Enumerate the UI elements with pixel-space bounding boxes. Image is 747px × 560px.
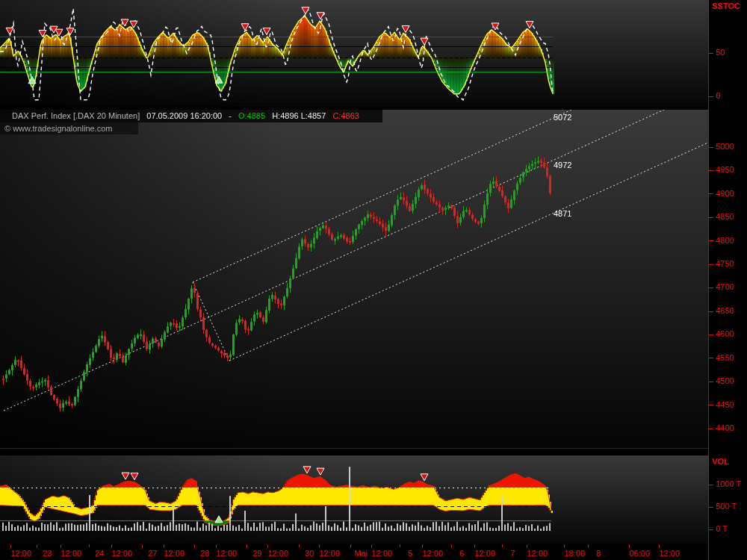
sstoc-axis-tick: 0 [709,91,720,100]
time-axis-tick [267,544,268,547]
price-axis-tick: 4750 [709,259,734,268]
time-axis-tick [111,544,112,547]
high-low-value: H:4896 L:4857 [272,111,326,120]
time-axis-tick [527,544,527,547]
time-axis-label: Mai [354,549,368,558]
time-axis-tick [350,544,351,547]
time-axis-label: 12:00 [474,549,495,558]
volume-axis-tick: 0 T [709,524,728,533]
time-axis-tick [629,544,630,547]
time-axis-tick [37,544,37,547]
time-axis-label: 12:00 [527,549,548,558]
time-axis-tick [194,544,195,547]
time-axis-tick [319,544,320,547]
time-axis-label: 12:00 [61,549,81,558]
price-chart[interactable] [0,110,708,448]
price-axis-tick: 5000 [709,142,734,151]
open-value: O:4885 [238,111,265,120]
time-axis-tick [422,544,423,547]
time-axis-tick [61,544,61,547]
time-axis[interactable]: 12:002312:002412:002712:002812:002912:00… [0,544,708,560]
time-axis-tick [247,544,247,547]
price-axis-tick: 4550 [709,353,734,362]
time-axis-tick [371,544,372,547]
time-axis-tick [451,544,452,547]
time-axis-tick [164,544,164,547]
time-axis-label: 12:00 [659,549,680,558]
time-axis-tick [299,544,300,547]
time-axis-label: 8 [596,549,601,558]
volume-axis: VOL 1000 T500 T0 T [709,455,747,545]
time-axis-label: 23 [43,549,52,558]
time-axis-tick [89,544,90,547]
time-axis-label: 28 [200,549,209,558]
time-axis-label: 24 [95,549,104,558]
time-axis-label: 6 [459,549,464,558]
price-axis: 5000495049004850480047504700465046004550… [709,110,747,448]
price-axis-tick: 4400 [709,423,734,432]
bar-datetime: 07.05.2009 16:20:00 [146,111,222,120]
time-axis-tick [216,544,217,547]
copyright-watermark: © www.tradesignalonline.com [4,124,112,133]
sstoc-indicator-chart[interactable] [0,0,708,107]
sstoc-axis-title: SSTOC [712,1,740,10]
time-axis-label: 30 [305,549,314,558]
time-axis-label: 18:00 [564,549,585,558]
time-axis-label: 12:00 [422,549,443,558]
chart-header: DAX Perf. Index [.DAX 20 Minuten] 07.05.… [12,111,364,120]
price-axis-tick: 4800 [709,236,734,245]
volume-axis-tick: 500 T [709,502,737,511]
price-axis-tick: 4600 [709,329,734,338]
time-axis-tick [659,544,660,547]
time-axis-label: 29 [252,549,261,558]
time-axis-label: 5 [408,549,412,558]
time-axis-tick [564,544,565,547]
time-axis-label: 12:00 [216,549,237,558]
time-axis-tick [142,544,143,547]
trading-workspace: DAX Perf. Index [.DAX 20 Minuten] 07.05.… [0,0,747,560]
time-axis-label: 12:00 [111,549,132,558]
time-axis-tick [400,544,400,547]
close-value: C:4863 [332,111,359,120]
price-axis-tick: 4500 [709,376,734,385]
volume-axis-tick: 1000 T [709,479,741,488]
time-axis-label: 7 [510,549,515,558]
price-axis-tick: 4850 [709,212,734,221]
sstoc-axis-tick: 50 [709,48,725,57]
price-axis-tick: 4650 [709,306,734,315]
time-axis-label: 12:00 [267,549,288,558]
price-axis-tick: 4700 [709,282,734,291]
time-axis-tick [474,544,475,547]
time-axis-label: 27 [148,549,157,558]
time-axis-label: 12:00 [371,549,392,558]
time-axis-tick [10,544,11,547]
price-axis-tick: 4900 [709,189,734,198]
value-axis-column[interactable]: SSTOC 500 500049504900485048004750470046… [708,0,747,560]
time-axis-label: 12:00 [319,549,340,558]
time-axis-tick [588,544,589,547]
volume-indicator-chart[interactable] [0,455,708,545]
volume-axis-title: VOL [712,457,729,466]
sstoc-axis: SSTOC 500 [709,0,747,107]
instrument-title: DAX Perf. Index [.DAX 20 Minuten] [12,111,140,120]
time-axis-tick [502,544,503,547]
time-axis-label: 12:00 [164,549,185,558]
separator: - [229,111,232,120]
time-axis-label: 06:00 [629,549,650,558]
price-axis-tick: 4950 [709,165,734,174]
price-axis-tick: 4450 [709,400,734,409]
time-axis-label: 12:00 [10,549,31,558]
